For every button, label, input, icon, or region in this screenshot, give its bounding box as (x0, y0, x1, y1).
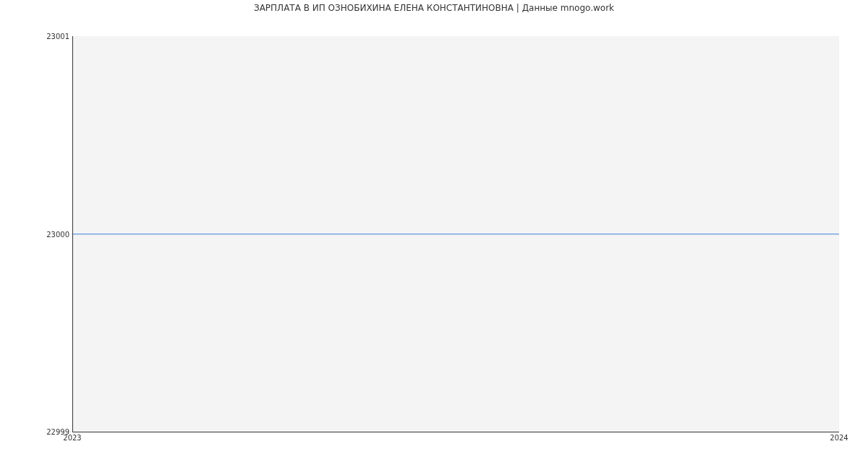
x-axis (72, 432, 839, 432)
chart-title: ЗАРПЛАТА В ИП ОЗНОБИХИНА ЕЛЕНА КОНСТАНТИ… (0, 3, 868, 13)
y-axis (72, 36, 73, 432)
y-tick-label: 23000 (46, 230, 69, 238)
data-line (72, 234, 839, 234)
x-tick-label: 2024 (830, 434, 848, 442)
x-tick-label: 2023 (63, 434, 81, 442)
chart-container: ЗАРПЛАТА В ИП ОЗНОБИХИНА ЕЛЕНА КОНСТАНТИ… (0, 0, 868, 470)
y-tick-label: 23001 (46, 33, 69, 40)
